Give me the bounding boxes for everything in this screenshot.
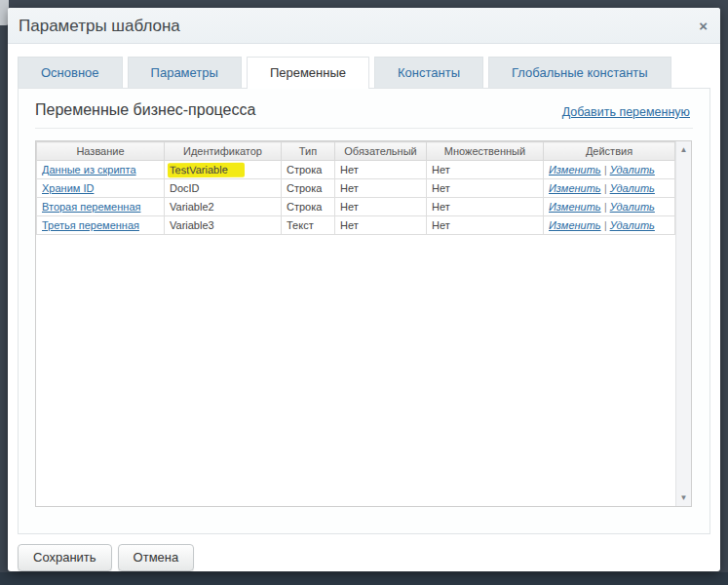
table-row: Храним ID DocID Строка Нет Нет Изменить … [37, 179, 675, 198]
table-row: Данные из скрипта TestVariable Строка Не… [37, 161, 675, 179]
edit-link[interactable]: Изменить [549, 219, 601, 231]
column-header-identifier: Идентификатор [165, 142, 282, 161]
variable-multiple-value: Нет [427, 179, 544, 198]
actions-separator: | [604, 219, 607, 231]
column-header-required: Обязательный [335, 142, 427, 161]
delete-link[interactable]: Удалить [610, 164, 655, 176]
tab-constants[interactable]: Константы [374, 57, 483, 88]
dialog-title: Параметры шаблона [8, 8, 720, 44]
table-header-row: Название Идентификатор Тип Обязательный … [37, 142, 675, 161]
variables-table: Название Идентификатор Тип Обязательный … [36, 141, 675, 235]
column-header-multiple: Множественный [427, 142, 544, 161]
actions-separator: | [604, 182, 607, 194]
column-header-actions: Действия [544, 142, 675, 161]
tab-bar: Основное Параметры Переменные Константы … [18, 57, 710, 88]
variable-multiple-value: Нет [427, 198, 544, 216]
variable-identifier-value: Variable3 [165, 216, 282, 235]
variable-multiple-value: Нет [427, 161, 544, 179]
delete-link[interactable]: Удалить [610, 201, 655, 213]
variables-table-container: Название Идентификатор Тип Обязательный … [35, 140, 692, 507]
tab-basic[interactable]: Основное [18, 57, 123, 88]
save-button[interactable]: Сохранить [18, 544, 112, 571]
actions-separator: | [604, 164, 607, 176]
variable-required-value: Нет [335, 216, 427, 235]
close-icon[interactable]: × [699, 8, 708, 44]
scroll-down-icon[interactable]: ▼ [676, 489, 691, 506]
highlighted-identifier-value: TestVariable [168, 163, 245, 178]
variable-type-value: Текст [282, 216, 335, 235]
column-header-type: Тип [282, 142, 335, 161]
scroll-up-icon[interactable]: ▲ [676, 141, 691, 158]
variable-identifier-value: Variable2 [165, 198, 282, 216]
add-variable-link[interactable]: Добавить переменную [562, 105, 690, 119]
tab-variables[interactable]: Переменные [247, 57, 369, 89]
variable-type-value: Строка [282, 161, 335, 179]
edit-link[interactable]: Изменить [549, 164, 601, 176]
dialog-footer: Сохранить Отмена [18, 544, 710, 571]
delete-link[interactable]: Удалить [610, 219, 655, 231]
tab-parameters[interactable]: Параметры [128, 57, 242, 88]
vertical-scrollbar[interactable]: ▲ ▼ [675, 141, 691, 506]
section-divider [35, 128, 693, 129]
variable-multiple-value: Нет [427, 216, 544, 235]
edit-link[interactable]: Изменить [549, 201, 601, 213]
variable-required-value: Нет [335, 179, 427, 198]
variable-name-link[interactable]: Третья переменная [42, 219, 139, 231]
tab-global-constants[interactable]: Глобальные константы [488, 57, 671, 88]
variable-name-link[interactable]: Вторая переменная [42, 201, 140, 213]
cancel-button[interactable]: Отмена [118, 544, 195, 571]
variable-type-value: Строка [282, 198, 335, 216]
variable-identifier-value: DocID [165, 179, 282, 198]
table-row: Вторая переменная Variable2 Строка Нет Н… [37, 198, 675, 216]
template-parameters-dialog: Параметры шаблона × Основное Параметры П… [8, 8, 720, 571]
variable-name-link[interactable]: Храним ID [42, 182, 94, 194]
edit-link[interactable]: Изменить [549, 182, 601, 194]
delete-link[interactable]: Удалить [610, 182, 655, 194]
variable-type-value: Строка [282, 179, 335, 198]
dialog-body: Основное Параметры Переменные Константы … [8, 57, 720, 571]
dialog-header: Параметры шаблона × [8, 8, 720, 44]
background-bottom-bar [0, 572, 728, 585]
table-row: Третья переменная Variable3 Текст Нет Не… [37, 216, 675, 235]
column-header-name: Название [37, 142, 165, 161]
variable-required-value: Нет [335, 161, 427, 179]
section-title: Переменные бизнес-процесса [35, 101, 255, 119]
variables-tab-panel: Переменные бизнес-процесса Добавить пере… [18, 88, 710, 534]
variable-required-value: Нет [335, 198, 427, 216]
actions-separator: | [604, 201, 607, 213]
variable-name-link[interactable]: Данные из скрипта [42, 164, 136, 176]
panel-header: Переменные бизнес-процесса Добавить пере… [19, 89, 709, 119]
